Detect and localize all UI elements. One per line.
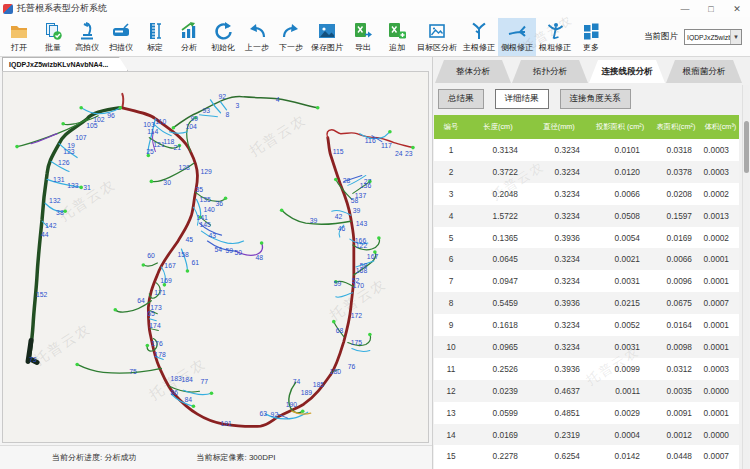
table-row[interactable]: 60.06450.32340.00210.00660.0001 [434,248,739,270]
table-row[interactable]: 20.37220.32340.01200.03780.0003 [434,161,739,183]
window-title: 托普根系表型分析系统 [17,2,107,15]
maximize-button[interactable]: □ [698,0,724,17]
column-header: 投影面积 (cm²) [590,115,650,139]
segment-number-label: 44 [41,231,49,238]
toolbar-item-more-grid[interactable]: 更多 [574,18,608,56]
chevron-down-icon[interactable]: ▼ [730,30,741,44]
calibration-dpi-value: 300DPI [249,453,276,462]
toolbar-item-doc-camera[interactable]: 高拍仪 [70,18,104,56]
column-header: 直径(mm) [528,115,590,139]
toolbar-item-redo-arrow[interactable]: 下一步 [274,18,308,56]
current-image-select[interactable]: IQDPJxZ5wizbK ▼ [684,29,742,45]
toolbar-item-append-excel[interactable]: 追加 [380,18,414,56]
image-tab[interactable]: IQDPJxZ5wizbKLvNAvbNA4... [2,57,128,71]
root-width-icon [545,20,565,41]
segment-number-label: 105 [86,122,98,129]
segment-number-label: 122 [356,242,368,249]
cell: 0.1597 [650,205,702,227]
main-root-icon [469,20,489,41]
segment-number-label: 183 [170,375,182,382]
segment-number-label: 140 [203,206,215,213]
cell: 0.3936 [528,358,590,380]
toolbar-item-scanner[interactable]: 扫描仪 [104,18,138,56]
toolbar-item-target-area[interactable]: 目标区分析 [414,18,460,56]
root-endpoint-dot [224,197,228,201]
cell: 0.0675 [650,292,702,314]
table-row[interactable]: 110.25260.39360.00990.03120.0003 [434,358,739,380]
tab-1[interactable]: 整体分析 [435,60,511,83]
result-button-2[interactable]: 详细结果 [495,89,549,109]
analysis-chart-icon [179,20,199,41]
scanner-icon [111,20,131,41]
cell: 0.0239 [468,380,528,402]
table-scrollbar[interactable] [742,85,749,469]
tab-2[interactable]: 拓扑分析 [512,60,588,83]
cell: 0.0318 [650,139,702,161]
table-row[interactable]: 70.09470.32340.00310.00960.0001 [434,270,739,292]
cell: 0.4637 [528,380,590,402]
result-button-1[interactable]: 总结果 [438,89,484,109]
toolbar-item-label: 标定 [147,43,163,53]
save-image-icon [317,20,337,41]
table-row[interactable]: 90.16180.32340.00520.01640.0001 [434,314,739,336]
current-image-group: 当前图片 IQDPJxZ5wizbK ▼ [644,18,748,56]
segment-number-label: 38 [56,209,64,216]
segment-number-label: 175 [351,339,363,346]
close-button[interactable]: ✕ [724,0,750,17]
toolbar-item-label: 追加 [389,43,405,53]
segment-number-label: 104 [185,123,197,130]
app-window: 托普根系表型分析系统 — □ ✕ 打开批量高拍仪扫描仪标定分析初始化上一步下一步… [0,0,750,469]
column-header: 长度(cm) [468,115,528,139]
segment-number-label: 23 [405,150,413,157]
cell: 0.1365 [468,227,528,249]
table-row[interactable]: 80.54590.39360.02150.06750.0007 [434,292,739,314]
toolbar-item-undo-arrow[interactable]: 上一步 [240,18,274,56]
window-controls: — □ ✕ [672,0,750,17]
cell: 0.3936 [528,227,590,249]
segment-number-label: 114 [147,128,158,135]
table-row[interactable]: 130.05990.48510.00290.00910.0001 [434,402,739,424]
status-bar: 当前分析进度: 分析成功 当前标定像素: 300DPI [0,445,432,469]
table-row[interactable]: 120.02390.46370.00110.00350.0000 [434,380,739,402]
table-row[interactable]: 150.22780.62540.01420.04480.0007 [434,445,739,467]
toolbar-item-main-root[interactable]: 主根修正 [460,18,498,56]
table-row[interactable]: 10.31340.32340.01010.03180.0003 [434,139,739,161]
root-image-viewport[interactable]: 托普云农托普云农托普云农托普云农托普云农92393849610210510719… [2,71,429,443]
tab-4[interactable]: 根瘤菌分析 [666,60,742,83]
cell: 0.0029 [590,402,650,424]
table-row[interactable]: 100.09650.32340.00310.00980.0001 [434,336,739,358]
toolbar-item-lateral-root[interactable]: 侧根修正 [498,18,536,56]
cell: 0.0101 [590,139,650,161]
calibration-dpi: 当前标定像素: 300DPI [196,452,275,463]
toolbar-item-save-image[interactable]: 保存图片 [308,18,346,56]
segment-number-label: 145 [199,221,211,228]
table-row[interactable]: 41.57220.32340.05080.15970.0013 [434,205,739,227]
cell: 0.3234 [528,270,590,292]
segment-number-label: 174 [149,322,161,329]
result-button-3[interactable]: 连接角度关系 [560,89,631,109]
table-row[interactable]: 50.13650.39360.00540.01690.0002 [434,227,739,249]
minimize-button[interactable]: — [672,0,698,17]
table-row[interactable]: 30.20480.32340.00660.02080.0002 [434,183,739,205]
cell: 7 [434,270,468,292]
toolbar-item-root-width[interactable]: 根粗修正 [536,18,574,56]
toolbar-item-open-folder[interactable]: 打开 [2,18,36,56]
cell: 6 [434,248,468,270]
toolbar-item-label: 更多 [583,43,599,53]
tab-3[interactable]: 连接线段分析 [589,60,665,83]
toolbar-item-analysis-chart[interactable]: 分析 [172,18,206,56]
cell: 0.0208 [650,183,702,205]
app-logo-icon [3,4,13,14]
toolbar-item-initialize-refresh[interactable]: 初始化 [206,18,240,56]
table-scrollbar-thumb[interactable] [744,121,749,173]
cell: 0.0066 [590,183,650,205]
toolbar-item-calibration-ruler[interactable]: 标定 [138,18,172,56]
table-row[interactable]: 140.01690.23190.00040.00120.0000 [434,424,739,446]
cell: 0.0098 [650,336,702,358]
segment-number-label: 84 [184,396,192,403]
toolbar-item-export-excel[interactable]: 导出 [346,18,380,56]
toolbar-item-batch-pages[interactable]: 批量 [36,18,70,56]
cell: 0.0003 [702,139,739,161]
cell: 0.5459 [468,292,528,314]
toolbar-item-label: 批量 [45,43,61,53]
